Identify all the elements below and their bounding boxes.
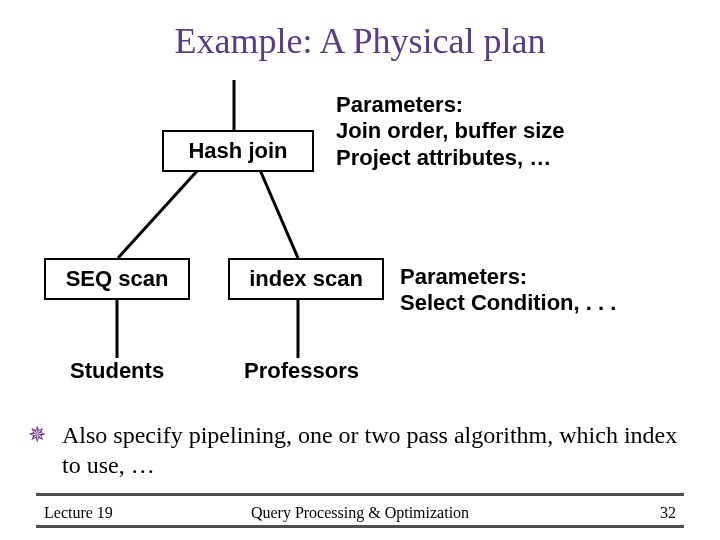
- slide: Example: A Physical plan Hash join SEQ s…: [0, 0, 720, 540]
- params-top-line2: Join order, buffer size: [336, 118, 565, 144]
- node-seq-scan: SEQ scan: [44, 258, 190, 300]
- footer: Lecture 19 Query Processing & Optimizati…: [0, 504, 720, 534]
- params-top: Parameters: Join order, buffer size Proj…: [336, 92, 565, 171]
- leaf-students: Students: [70, 358, 164, 384]
- params-right-line1: Parameters:: [400, 264, 616, 290]
- params-right: Parameters: Select Condition, . . .: [400, 264, 616, 317]
- svg-line-1: [118, 170, 198, 258]
- footer-center: Query Processing & Optimization: [0, 504, 720, 522]
- params-top-line1: Parameters:: [336, 92, 565, 118]
- node-index-scan: index scan: [228, 258, 384, 300]
- bullet-text: Also specify pipelining, one or two pass…: [62, 420, 680, 480]
- svg-line-2: [260, 170, 298, 258]
- slide-title: Example: A Physical plan: [0, 20, 720, 62]
- footer-pageno: 32: [660, 504, 676, 522]
- footer-rule-top: [36, 493, 684, 496]
- bullet-icon: ✵: [28, 422, 46, 448]
- bullet-item: ✵ Also specify pipelining, one or two pa…: [32, 420, 680, 480]
- params-right-line2: Select Condition, . . .: [400, 290, 616, 316]
- node-hash-join: Hash join: [162, 130, 314, 172]
- params-top-line3: Project attributes, …: [336, 145, 565, 171]
- leaf-professors: Professors: [244, 358, 359, 384]
